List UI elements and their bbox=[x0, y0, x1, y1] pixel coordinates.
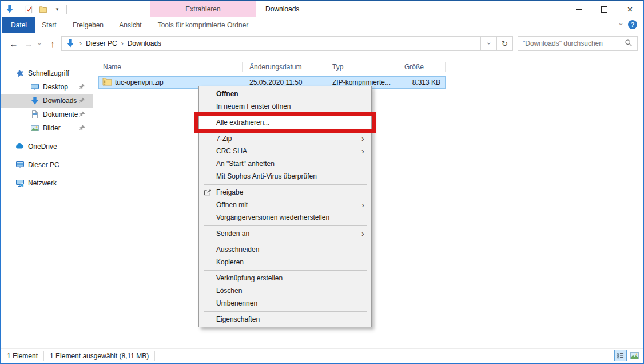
status-bar: 1 Element 1 Element ausgewählt (8,11 MB) bbox=[1, 348, 643, 363]
navigation-bar: Dieser PC Downloads "Downloads" durchsuc… bbox=[1, 33, 643, 54]
help-icon[interactable]: ? bbox=[628, 20, 637, 29]
tab-datei[interactable]: Datei bbox=[2, 17, 35, 33]
column-header-name[interactable]: Name bbox=[98, 61, 243, 73]
tab-tools-komprimierte-ordner[interactable]: Tools für komprimierte Ordner bbox=[150, 17, 256, 33]
column-header-typ[interactable]: Typ bbox=[325, 61, 397, 73]
window-controls bbox=[566, 1, 643, 17]
this-pc-icon bbox=[15, 160, 25, 170]
menu-item-oeffnen-mit[interactable]: Öffnen mit bbox=[199, 199, 371, 211]
pin-icon[interactable] bbox=[79, 125, 86, 132]
file-modified-date: 25.05.2020 11:50 bbox=[243, 78, 325, 86]
breadcrumb-dieser-pc[interactable]: Dieser PC bbox=[86, 39, 117, 48]
menu-item-7zip[interactable]: 7-Zip bbox=[199, 132, 371, 145]
pictures-icon bbox=[30, 123, 40, 133]
menu-item-an-start-anheften[interactable]: An "Start" anheften bbox=[199, 157, 371, 170]
sidebar-item-onedrive[interactable]: OneDrive bbox=[1, 140, 93, 153]
menu-item-sophos-scan[interactable]: Mit Sophos Anti-Virus überprüfen bbox=[199, 170, 371, 183]
menu-item-eigenschaften[interactable]: Eigenschaften bbox=[199, 313, 371, 326]
sidebar-item-downloads[interactable]: Downloads bbox=[1, 94, 93, 108]
menu-item-umbenennen[interactable]: Umbenennen bbox=[199, 297, 371, 310]
address-dropdown-icon[interactable] bbox=[480, 37, 496, 50]
contextual-tab-header: Extrahieren bbox=[150, 1, 256, 17]
search-icon[interactable] bbox=[625, 39, 633, 49]
thumbnails-view-button[interactable] bbox=[628, 350, 641, 361]
sidebar-item-dokumente[interactable]: Dokumente bbox=[1, 108, 93, 121]
sidebar-item-label: Schnellzugriff bbox=[28, 69, 69, 77]
tab-ansicht[interactable]: Ansicht bbox=[113, 17, 148, 33]
network-icon bbox=[15, 178, 25, 188]
onedrive-cloud-icon bbox=[15, 141, 25, 152]
quick-access-star-icon bbox=[14, 67, 26, 80]
close-button[interactable] bbox=[617, 1, 643, 17]
title-bar: Extrahieren Downloads bbox=[1, 1, 643, 17]
sidebar-item-dieser-pc[interactable]: Dieser PC bbox=[1, 158, 93, 172]
menu-item-oeffnen[interactable]: Öffnen bbox=[199, 88, 371, 100]
breadcrumb-downloads[interactable]: Downloads bbox=[128, 39, 161, 48]
file-type: ZIP-komprimierte... bbox=[325, 78, 397, 86]
sidebar-item-label: Downloads bbox=[43, 97, 77, 105]
sidebar-item-label: Dieser PC bbox=[28, 161, 59, 169]
menu-item-crc-sha[interactable]: CRC SHA bbox=[199, 145, 371, 157]
selection-summary: 1 Element ausgewählt (8,11 MB) bbox=[50, 352, 149, 360]
pin-icon[interactable] bbox=[79, 97, 86, 104]
minimize-button[interactable] bbox=[566, 1, 591, 17]
menu-item-alle-extrahieren[interactable]: Alle extrahieren... bbox=[199, 116, 371, 129]
minimize-ribbon-icon[interactable] bbox=[617, 23, 625, 25]
sidebar-item-label: Netzwerk bbox=[28, 179, 57, 187]
maximize-button[interactable] bbox=[591, 1, 617, 17]
forward-button[interactable] bbox=[22, 33, 35, 54]
desktop-icon bbox=[30, 82, 40, 92]
column-header-groesse[interactable]: Größe bbox=[397, 61, 446, 73]
menu-item-senden-an[interactable]: Senden an bbox=[199, 227, 371, 240]
sidebar-item-schnellzugriff[interactable]: Schnellzugriff bbox=[1, 66, 93, 80]
breadcrumb-chevron-icon bbox=[75, 39, 86, 48]
window-title: Downloads bbox=[265, 1, 299, 17]
documents-icon bbox=[30, 109, 40, 120]
tab-freigeben[interactable]: Freigeben bbox=[65, 17, 111, 33]
details-view-button[interactable] bbox=[614, 350, 627, 361]
menu-item-kopieren[interactable]: Kopieren bbox=[199, 256, 371, 268]
downloads-crumb-icon bbox=[65, 39, 75, 48]
menu-item-vorgaengerversionen[interactable]: Vorgängerversionen wiederherstellen bbox=[199, 211, 371, 224]
menu-item-in-neuem-fenster-oeffnen[interactable]: In neuem Fenster öffnen bbox=[199, 100, 371, 113]
sidebar-item-label: Bilder bbox=[43, 124, 61, 132]
toolbar-divider bbox=[1, 54, 643, 54]
menu-item-loeschen[interactable]: Löschen bbox=[199, 284, 371, 297]
tab-start[interactable]: Start bbox=[35, 17, 63, 33]
downloads-icon bbox=[30, 96, 40, 106]
up-button[interactable] bbox=[46, 33, 59, 54]
sidebar-item-desktop[interactable]: Desktop bbox=[1, 80, 93, 94]
pin-icon[interactable] bbox=[79, 111, 86, 118]
sidebar-item-netzwerk[interactable]: Netzwerk bbox=[1, 176, 93, 190]
item-count: 1 Element bbox=[7, 352, 38, 360]
quick-access-toolbar bbox=[5, 1, 67, 17]
pin-icon[interactable] bbox=[79, 84, 86, 90]
search-input[interactable]: "Downloads" durchsuchen bbox=[518, 36, 638, 51]
search-placeholder: "Downloads" durchsuchen bbox=[523, 39, 625, 48]
refresh-icon[interactable] bbox=[496, 37, 512, 50]
back-button[interactable] bbox=[7, 33, 21, 54]
properties-icon[interactable] bbox=[23, 4, 34, 14]
new-folder-icon[interactable] bbox=[38, 4, 48, 14]
menu-item-freigabe[interactable]: Freigabe bbox=[199, 186, 371, 199]
sidebar-item-bilder[interactable]: Bilder bbox=[1, 121, 93, 135]
zip-file-icon bbox=[102, 77, 112, 88]
sidebar-item-label: OneDrive bbox=[28, 143, 57, 151]
breadcrumb-chevron-icon bbox=[117, 39, 128, 48]
recent-locations-dropdown-icon[interactable] bbox=[35, 33, 45, 54]
file-size: 8.313 KB bbox=[397, 78, 445, 86]
file-name: tuc-openvpn.zip bbox=[115, 78, 164, 86]
ribbon-tabs: Datei Start Freigeben Ansicht Tools für … bbox=[1, 17, 643, 33]
downloads-folder-icon bbox=[5, 4, 15, 14]
customize-qat-dropdown-icon[interactable] bbox=[52, 4, 62, 14]
address-bar[interactable]: Dieser PC Downloads bbox=[61, 36, 513, 51]
sidebar-item-label: Dokumente bbox=[43, 110, 78, 118]
menu-item-ausschneiden[interactable]: Ausschneiden bbox=[199, 243, 371, 256]
qat-separator bbox=[66, 5, 67, 14]
column-headers: Name Änderungsdatum Typ Größe bbox=[98, 61, 446, 73]
explorer-window: Extrahieren Downloads Datei Start Freige… bbox=[0, 0, 644, 364]
menu-item-verknuepfung-erstellen[interactable]: Verknüpfung erstellen bbox=[199, 272, 371, 284]
sidebar-item-label: Desktop bbox=[43, 83, 68, 91]
context-menu: Öffnen In neuem Fenster öffnen Alle extr… bbox=[198, 86, 372, 327]
column-header-aenderungsdatum[interactable]: Änderungsdatum bbox=[243, 61, 325, 73]
